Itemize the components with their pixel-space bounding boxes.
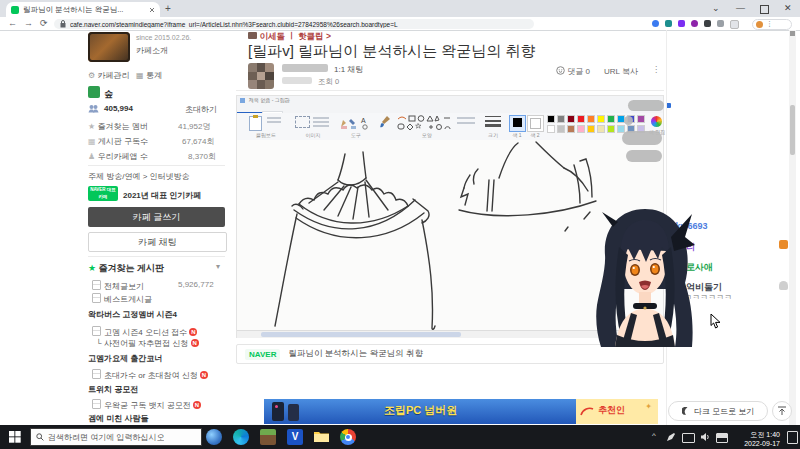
notification-center-icon[interactable]	[787, 431, 798, 444]
color1-box[interactable]	[509, 115, 526, 132]
refresh-icon[interactable]: ⟳	[40, 18, 48, 28]
pen-tray-icon[interactable]	[666, 432, 676, 442]
palette-swatch[interactable]	[567, 115, 575, 123]
chat-emote-ghost	[779, 281, 788, 290]
crop-icon[interactable]	[313, 117, 329, 119]
fav-boards-header[interactable]: ★ 즐겨찾는 게시판	[88, 262, 164, 275]
back-icon[interactable]: ←	[8, 18, 17, 28]
palette-swatch[interactable]	[547, 115, 555, 123]
chevron-down-icon[interactable]: ▾	[216, 262, 220, 271]
page-scrollbar-track[interactable]	[789, 30, 796, 425]
cafe-write-button[interactable]: 카페 글쓰기	[88, 207, 225, 227]
restore-icon[interactable]	[760, 5, 769, 14]
more-kebab-icon[interactable]: ⋮	[652, 65, 660, 74]
close-icon[interactable]: ✕	[784, 3, 792, 13]
puzzle-extensions-icon[interactable]	[717, 20, 724, 27]
shapes-grid[interactable]	[397, 115, 453, 131]
paste-icon[interactable]	[249, 116, 262, 131]
rotate-icon[interactable]	[313, 125, 329, 127]
extension-icon[interactable]	[691, 20, 698, 27]
line-size-icon[interactable]	[485, 124, 501, 127]
banner-right-text: 추천인	[598, 404, 625, 417]
palette-swatch[interactable]	[587, 125, 595, 133]
tab-close-icon[interactable]	[149, 7, 155, 13]
page-scrollbar-thumb[interactable]	[790, 105, 795, 155]
browser-tab[interactable]: 릴파님이 분석하시는 왁굳님...	[6, 2, 160, 17]
cafe-intro-link[interactable]: 카페소개	[136, 45, 168, 56]
dark-mode-button[interactable]: 다크 모드로 보기	[668, 401, 768, 421]
v-app-icon[interactable]: V	[287, 429, 303, 445]
cut-icon[interactable]	[267, 117, 281, 119]
sidebar-item-allposts[interactable]: 전체글보기	[92, 280, 144, 292]
sidebar-item[interactable]: 초대가수 or 초대참여 신청 N	[92, 369, 208, 381]
palette-swatch[interactable]	[577, 115, 585, 123]
profile-chip[interactable]: ⋮	[752, 19, 792, 30]
palette-swatch[interactable]	[577, 125, 585, 133]
taskbar-search[interactable]: 검색하려면 여기에 입력하십시오	[30, 428, 202, 446]
app-icon: ♟	[88, 152, 95, 161]
invite-link[interactable]: 초대하기	[185, 104, 217, 115]
sidebar-item[interactable]: 우왁굳 구독 뱃지 공모전 N	[92, 399, 201, 411]
color2-box[interactable]	[527, 115, 544, 132]
tray-chevron-icon[interactable]: ^	[652, 431, 656, 440]
stat-value: 41,952명	[178, 121, 210, 132]
forward-icon[interactable]: →	[24, 18, 33, 28]
speaker-tray-icon[interactable]	[700, 432, 710, 442]
line-size-icon[interactable]	[485, 116, 501, 117]
cafe-stats-link[interactable]: 통계	[146, 71, 162, 80]
outline-dropdown[interactable]	[457, 117, 475, 119]
naver-link-card[interactable]: NAVER 릴파님이 분석하시는 왁굳님의 취향	[236, 344, 664, 364]
extension-icon[interactable]	[652, 20, 659, 27]
palette-swatch[interactable]	[557, 115, 565, 123]
tools-icons[interactable]: A	[339, 115, 373, 130]
brush-icon[interactable]	[379, 115, 391, 128]
scrollbar-thumb[interactable]	[261, 332, 461, 337]
select-icon[interactable]	[295, 116, 310, 128]
one-to-one-chat-badge[interactable]: 1:1 채팅	[334, 64, 363, 75]
extension-icon[interactable]	[665, 20, 672, 27]
new-tab-button[interactable]: +	[165, 3, 171, 14]
file-explorer-icon[interactable]	[314, 430, 329, 443]
network-tray-icon[interactable]	[716, 433, 728, 443]
minimize-icon[interactable]: —	[736, 3, 745, 13]
minecraft-icon[interactable]	[260, 429, 276, 445]
sidebar-item[interactable]: └ 사전어필 자추면접 신청 N	[96, 338, 199, 349]
cafe-chat-button[interactable]: 카페 채팅	[88, 232, 227, 252]
palette-swatch[interactable]	[607, 125, 615, 133]
banner-ad[interactable]: 조립PC 넘버원 추천인 ✦	[264, 399, 658, 424]
palette-swatch[interactable]	[597, 125, 605, 133]
palette-swatch[interactable]	[587, 115, 595, 123]
palette-swatch[interactable]	[607, 115, 615, 123]
palette-swatch[interactable]	[567, 125, 575, 133]
line-size-icon[interactable]	[485, 120, 501, 122]
widgets-weather-icon[interactable]	[206, 429, 222, 445]
group-label: 클립보드	[245, 132, 287, 138]
taskbar-clock[interactable]: 오전 1:40 2022-09-17	[736, 430, 780, 448]
sidebar-item-best[interactable]: 베스트게시글	[92, 293, 152, 305]
start-button[interactable]	[9, 431, 21, 443]
reading-list-icon[interactable]	[730, 20, 739, 29]
palette-swatch[interactable]	[557, 125, 565, 133]
tab-search-icon[interactable]: ⌄	[712, 3, 720, 13]
resize-icon[interactable]	[313, 121, 329, 123]
chrome-icon[interactable]	[340, 429, 356, 445]
palette-swatch[interactable]	[547, 125, 555, 133]
author-avatar[interactable]	[248, 63, 274, 89]
edit-colors-icon[interactable]	[651, 116, 662, 127]
edge-icon[interactable]	[233, 429, 249, 445]
cafe-logo[interactable]	[88, 32, 130, 62]
keyboard-tray-icon[interactable]	[682, 433, 695, 443]
extension-icon[interactable]	[704, 20, 711, 27]
sidebar-item[interactable]: 고멤 시즌4 오디션 접수 N	[92, 326, 197, 338]
url-copy-button[interactable]: URL 복사	[604, 66, 638, 77]
palette-swatch[interactable]	[597, 115, 605, 123]
scroll-to-top-button[interactable]	[772, 401, 792, 421]
copy-icon[interactable]	[267, 121, 281, 123]
cafe-manage-link[interactable]: 카페관리	[97, 71, 129, 80]
address-bar[interactable]: cafe.naver.com/steamindiegame?iframe_url…	[54, 19, 534, 29]
comment-count[interactable]: 댓글 0	[556, 66, 590, 77]
overlay-chat-bubble-blurred	[624, 116, 633, 125]
fill-dropdown[interactable]	[457, 122, 475, 124]
palette-swatch[interactable]	[637, 115, 645, 123]
extension-icon[interactable]	[678, 20, 685, 27]
